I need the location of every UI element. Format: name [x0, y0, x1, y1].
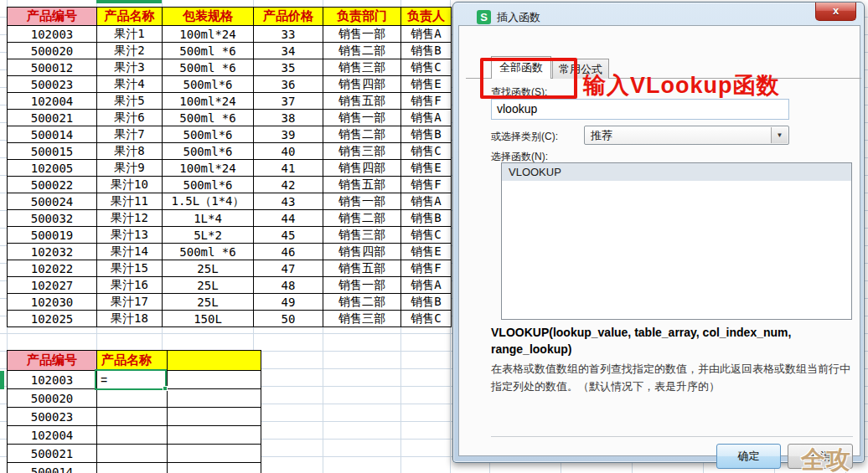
- table-cell[interactable]: 102027: [8, 277, 97, 294]
- function-listbox[interactable]: VLOOKUP: [501, 162, 852, 320]
- table-cell[interactable]: 39: [254, 126, 323, 143]
- table-cell[interactable]: 销售A: [401, 277, 452, 294]
- table-cell[interactable]: 销售五部: [323, 93, 401, 110]
- table-cell[interactable]: 销售E: [401, 244, 452, 260]
- table-cell[interactable]: 36: [254, 76, 323, 93]
- table-cell[interactable]: 销售四部: [323, 160, 401, 177]
- table-cell[interactable]: 500021: [8, 110, 97, 126]
- table-cell[interactable]: 销售B: [401, 43, 452, 59]
- table-cell[interactable]: 40: [254, 143, 323, 160]
- table-cell[interactable]: 500014: [8, 126, 97, 143]
- table-cell[interactable]: 102022: [8, 260, 97, 277]
- column-header[interactable]: 产品名称: [97, 8, 163, 26]
- table-cell[interactable]: 500ml*6: [163, 126, 254, 143]
- table-cell[interactable]: [168, 389, 261, 408]
- table-cell[interactable]: 果汁11: [97, 193, 163, 210]
- active-cell-outline[interactable]: [95, 369, 167, 390]
- table-cell[interactable]: 果汁6: [97, 110, 163, 126]
- table-cell[interactable]: 500ml *6: [163, 110, 254, 126]
- table-cell[interactable]: 102004: [8, 426, 97, 445]
- table-cell[interactable]: [168, 426, 261, 445]
- table-cell[interactable]: 销售一部: [323, 193, 401, 210]
- table-cell[interactable]: 果汁2: [97, 43, 163, 59]
- table-cell[interactable]: 销售一部: [323, 26, 401, 43]
- table-cell[interactable]: 销售F: [401, 260, 452, 277]
- table-cell[interactable]: 果汁4: [97, 76, 163, 93]
- table-cell[interactable]: 销售F: [401, 177, 452, 193]
- table-cell[interactable]: 销售二部: [323, 294, 401, 311]
- table-cell[interactable]: 销售B: [401, 210, 452, 227]
- table-cell[interactable]: 销售B: [401, 126, 452, 143]
- table-cell[interactable]: 500022: [8, 177, 97, 193]
- table-cell[interactable]: 果汁5: [97, 93, 163, 110]
- close-icon[interactable]: x: [815, 3, 856, 21]
- table-cell[interactable]: [97, 389, 168, 408]
- table-cell[interactable]: 销售三部: [323, 227, 401, 244]
- table-cell[interactable]: 500023: [8, 76, 97, 93]
- table-cell[interactable]: 102003: [8, 26, 97, 43]
- table-cell[interactable]: 50: [254, 311, 323, 327]
- table-cell[interactable]: 销售A: [401, 26, 452, 43]
- table-cell[interactable]: 37: [254, 93, 323, 110]
- table-cell[interactable]: 销售C: [401, 227, 452, 244]
- column-header[interactable]: 包装规格: [163, 8, 254, 26]
- table-cell[interactable]: 102030: [8, 294, 97, 311]
- table-cell[interactable]: 1L*4: [163, 210, 254, 227]
- table-cell[interactable]: 100ml*24: [163, 26, 254, 43]
- table-cell[interactable]: 果汁8: [97, 143, 163, 160]
- table-cell[interactable]: 销售二部: [323, 210, 401, 227]
- table-cell[interactable]: 102004: [8, 93, 97, 110]
- table-cell[interactable]: [97, 445, 168, 463]
- table-cell[interactable]: 500021: [8, 445, 97, 463]
- table-cell[interactable]: [97, 408, 168, 426]
- table-cell[interactable]: 33: [254, 26, 323, 43]
- table-cell[interactable]: 25L: [163, 294, 254, 311]
- table-cell[interactable]: 果汁9: [97, 160, 163, 177]
- table-cell[interactable]: 销售E: [401, 160, 452, 177]
- ok-button[interactable]: 确定: [716, 444, 781, 469]
- table-cell[interactable]: 500ml*6: [163, 177, 254, 193]
- table-cell[interactable]: 500ml *6: [163, 43, 254, 59]
- table-cell[interactable]: 销售A: [401, 193, 452, 210]
- table-cell[interactable]: 销售C: [401, 311, 452, 327]
- table-cell[interactable]: 102025: [8, 311, 97, 327]
- table-cell[interactable]: 500014: [8, 463, 97, 473]
- column-header[interactable]: [168, 351, 261, 371]
- table-cell[interactable]: [168, 445, 261, 463]
- table-cell[interactable]: 销售二部: [323, 126, 401, 143]
- column-header[interactable]: 产品编号: [8, 351, 97, 371]
- table-cell[interactable]: 5L*2: [163, 227, 254, 244]
- table-cell[interactable]: [168, 408, 261, 426]
- table-cell[interactable]: 45: [254, 227, 323, 244]
- table-cell[interactable]: 49: [254, 294, 323, 311]
- table-cell[interactable]: 果汁12: [97, 210, 163, 227]
- table-cell[interactable]: 38: [254, 110, 323, 126]
- table-cell[interactable]: 果汁10: [97, 177, 163, 193]
- table-cell[interactable]: 47: [254, 260, 323, 277]
- table-cell[interactable]: 500ml*6: [163, 143, 254, 160]
- table-cell[interactable]: 44: [254, 210, 323, 227]
- table-cell[interactable]: 销售一部: [323, 277, 401, 294]
- table-cell[interactable]: 102003: [8, 371, 97, 389]
- table-cell[interactable]: 100ml*24: [163, 160, 254, 177]
- table-cell[interactable]: 500ml *6: [163, 244, 254, 260]
- table-cell[interactable]: 销售B: [401, 294, 452, 311]
- chevron-down-icon[interactable]: ▼: [771, 127, 788, 143]
- table-cell[interactable]: 35: [254, 59, 323, 76]
- table-cell[interactable]: [168, 371, 261, 389]
- fill-handle[interactable]: [163, 386, 168, 391]
- table-cell[interactable]: 果汁14: [97, 244, 163, 260]
- table-cell[interactable]: 100ml*24: [163, 93, 254, 110]
- column-header[interactable]: 产品名称: [97, 351, 168, 371]
- table-cell[interactable]: [97, 463, 168, 473]
- table-cell[interactable]: 41: [254, 160, 323, 177]
- table-cell[interactable]: 销售E: [401, 76, 452, 93]
- table-cell[interactable]: [168, 463, 261, 473]
- column-header[interactable]: 产品价格: [254, 8, 323, 26]
- table-cell[interactable]: 销售三部: [323, 143, 401, 160]
- table-cell[interactable]: 500024: [8, 193, 97, 210]
- table-cell[interactable]: 销售F: [401, 93, 452, 110]
- table-cell[interactable]: 500019: [8, 227, 97, 244]
- table-cell[interactable]: 500ml*6: [163, 76, 254, 93]
- table-cell[interactable]: 果汁16: [97, 277, 163, 294]
